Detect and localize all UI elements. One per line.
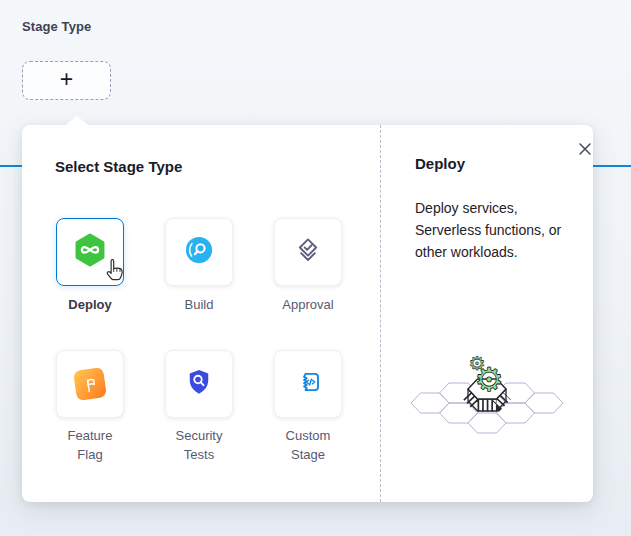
feature-flag-icon	[73, 367, 107, 401]
custom-stage-code-icon	[293, 367, 323, 401]
stage-card-build[interactable]	[165, 218, 233, 286]
build-circle-search-icon	[184, 235, 214, 269]
plus-icon: +	[60, 68, 73, 91]
stage-label-deploy: Deploy	[58, 295, 122, 314]
stage-label-build: Build	[167, 295, 231, 314]
popover-title: Select Stage Type	[55, 158, 182, 175]
stage-detail-title: Deploy	[415, 155, 465, 172]
deploy-hexagon-infinity-icon	[73, 233, 107, 271]
stage-card-deploy[interactable]	[56, 218, 124, 286]
gear-icon-small: ⚙	[468, 352, 485, 374]
stage-label-custom-stage: Custom Stage	[276, 426, 340, 464]
stage-card-approval[interactable]	[274, 218, 342, 286]
pipeline-stage-selector-screen: Stage Type + Select Stage Type	[0, 0, 631, 536]
stage-detail-description: Deploy services, Serverless functions, o…	[415, 197, 565, 263]
popover-caret	[66, 116, 88, 125]
close-icon	[576, 140, 594, 158]
stage-card-custom-stage[interactable]	[274, 350, 342, 418]
add-stage-button[interactable]: +	[22, 61, 111, 100]
hexagon-platform-gears-illustration: ⚙ ⚙	[408, 328, 578, 450]
security-shield-search-icon	[184, 367, 214, 401]
stage-detail-panel: Deploy Deploy services, Serverless funct…	[380, 125, 593, 502]
stage-label-feature-flag: Feature Flag	[58, 426, 122, 464]
stage-type-popover: Select Stage Type	[22, 125, 593, 502]
stage-card-security-tests[interactable]	[165, 350, 233, 418]
stage-type-label: Stage Type	[22, 19, 91, 34]
stage-card-feature-flag[interactable]	[56, 350, 124, 418]
approval-diamond-check-icon	[293, 235, 323, 269]
pipeline-connector-line-right	[593, 165, 631, 167]
pipeline-connector-line-left	[0, 165, 22, 167]
stage-label-approval: Approval	[276, 295, 340, 314]
close-button[interactable]	[573, 137, 597, 161]
stage-label-security-tests: Security Tests	[167, 426, 231, 464]
